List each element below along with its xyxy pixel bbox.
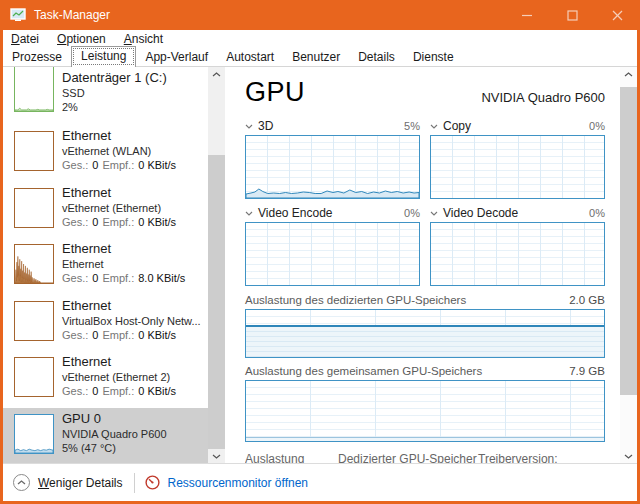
menu-label: nsicht [132,32,163,46]
engine-select-video-decode[interactable]: Video Decode 0% [430,206,605,220]
tab-dienste[interactable]: Dienste [404,48,463,67]
engine-value: 5% [404,120,420,132]
engine-label: Video Encode [258,206,333,220]
sidebar-item-stats: Ges.:0Empf.:0 KBit/s [62,215,176,229]
dedicated-memory-fill [246,325,604,357]
shared-memory-chart [245,380,605,442]
chevron-down-icon [430,211,438,216]
sidebar-item-title: Ethernet [62,298,201,314]
sidebar-item-ethernet-virtualbox[interactable]: Ethernet VirtualBox Host-Only Netw... Ge… [3,295,208,351]
tab-leistung[interactable]: Leistung [71,46,136,67]
footer-dedicated-label: Dedizierter GPU-Speicher [338,452,477,463]
footer-auslastung-label: Auslastung [245,452,304,463]
sidebar-item-title: Ethernet [62,354,176,370]
task-manager-window: Task-Manager Datei Optionen Ansicht Proz… [0,0,640,504]
sidebar-item-subtitle: Ethernet [62,257,185,271]
sidebar-item-title: GPU 0 [62,411,167,427]
minimize-icon [522,10,533,21]
shared-memory-label-row: Auslastung des gemeinsamen GPU-Speichers… [245,365,605,379]
sidebar-item-subtitle: vEthernet (Ethernet 2) [62,370,176,384]
menu-datei[interactable]: Datei [3,32,48,46]
sidebar-item-ethernet-wlan[interactable]: Ethernet vEthernet (WLAN) Ges.:0Empf.:0 … [3,125,208,181]
sidebar-item-subtitle: SSD [62,86,167,100]
dedicated-memory-chart [245,309,605,358]
scroll-down-icon[interactable] [620,449,637,463]
sidebar-item-stats: Ges.:0Empf.:0 KBit/s [62,384,176,398]
engine-label: Copy [443,119,471,133]
tab-autostart[interactable]: Autostart [217,48,283,67]
sidebar-item-title: Ethernet [62,128,176,144]
engine-label: 3D [258,119,273,133]
network-mini-chart [14,188,54,228]
sidebar-item-stats: Ges.:0Empf.:0 KBit/s [62,328,201,342]
gpu-video-decode-chart [430,222,605,286]
engine-value: 0% [589,120,605,132]
gpu-copy-chart [430,135,605,199]
scroll-down-icon[interactable] [208,449,225,463]
sidebar-item-ethernet-vethernet2[interactable]: Ethernet vEthernet (Ethernet 2) Ges.:0Em… [3,351,208,407]
engine-value: 0% [404,207,420,219]
sidebar-item-stats: Ges.:0Empf.:0 KBit/s [62,158,176,172]
sidebar-item-ethernet-vethernet[interactable]: Ethernet vEthernet (Ethernet) Ges.:0Empf… [3,182,208,238]
network-mini-chart [14,131,54,171]
gpu-device-name: NVIDIA Quadro P600 [481,90,605,108]
network-mini-chart [14,244,54,284]
shared-memory-fill [246,437,604,441]
weniger-details-label: Weniger Details [38,476,122,490]
menu-label: O [57,32,66,46]
titlebar: Task-Manager [0,0,640,30]
window-title: Task-Manager [34,8,505,22]
sidebar-item-subtitle: VirtualBox Host-Only Netw... [62,314,201,328]
main-area: Datenträger 1 (C:) SSD 2% Ethernet vEthe… [3,67,637,463]
ressourcenmonitor-label: Ressourcenmonitor öffnen [167,476,308,490]
engine-select-video-encode[interactable]: Video Encode 0% [245,206,420,220]
statusbar-divider [134,473,135,493]
ressourcenmonitor-link[interactable]: Ressourcenmonitor öffnen [145,475,308,490]
maximize-icon [567,10,578,21]
scrollbar-thumb[interactable] [620,87,637,395]
shared-memory-value: 7.9 GB [569,365,605,379]
sidebar-item-gpu0[interactable]: GPU 0 NVIDIA Quadro P600 5% (47 °C) [3,408,208,463]
sidebar-item-title: Ethernet [62,185,176,201]
minimize-button[interactable] [505,0,550,30]
tab-details[interactable]: Details [349,48,404,67]
menu-optionen[interactable]: Optionen [48,32,115,46]
chevron-down-icon [245,124,253,129]
menu-label: atei [20,32,39,46]
sidebar-item-subtitle: NVIDIA Quadro P600 [62,427,167,441]
menu-label: ptionen [66,32,105,46]
engine-value: 0% [589,207,605,219]
scroll-up-icon[interactable] [620,67,637,81]
scrollbar-thumb[interactable] [208,155,225,449]
sidebar-item-title: Datenträger 1 (C:) [62,70,167,86]
app-icon [10,8,26,22]
sidebar-item-usage: 2% [62,100,167,114]
chevron-down-icon [245,211,253,216]
dedicated-memory-value: 2.0 GB [569,294,605,308]
dedicated-memory-label: Auslastung des dedizierten GPU-Speichers [245,294,466,308]
resource-monitor-icon [145,475,160,490]
tabbar: Prozesse Leistung App-Verlauf Autostart … [3,48,637,67]
engine-select-3d[interactable]: 3D 5% [245,119,420,133]
statusbar: Weniger Details Ressourcenmonitor öffnen [3,463,637,501]
close-button[interactable] [595,0,640,30]
gpu-mini-chart [14,414,54,454]
weniger-details-button[interactable]: Weniger Details [13,474,122,491]
menu-ansicht[interactable]: Ansicht [115,32,172,46]
tab-app-verlauf[interactable]: App-Verlauf [136,48,217,67]
tab-prozesse[interactable]: Prozesse [3,48,71,67]
footer-treiberversion-label: Treiberversion: [478,452,558,463]
dedicated-memory-label-row: Auslastung des dedizierten GPU-Speichers… [245,294,605,308]
gpu-3d-chart [245,135,420,199]
performance-sidebar: Datenträger 1 (C:) SSD 2% Ethernet vEthe… [3,67,208,463]
panel-scrollbar[interactable] [620,67,637,463]
sidebar-scrollbar[interactable] [208,67,225,463]
sidebar-item-disk[interactable]: Datenträger 1 (C:) SSD 2% [3,67,208,125]
engine-select-copy[interactable]: Copy 0% [430,119,605,133]
tab-benutzer[interactable]: Benutzer [283,48,349,67]
menu-label: D [11,32,20,46]
sidebar-item-title: Ethernet [62,241,185,257]
sidebar-item-ethernet-active[interactable]: Ethernet Ethernet Ges.:0Empf.:8.0 KBit/s [3,238,208,294]
maximize-button[interactable] [550,0,595,30]
scroll-up-icon[interactable] [208,67,225,81]
